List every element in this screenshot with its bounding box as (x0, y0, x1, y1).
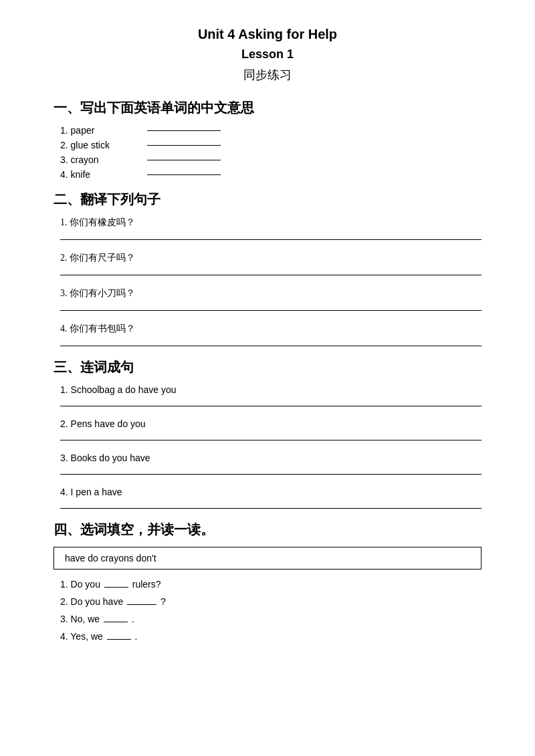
fill-item: 2. Do you have ? (60, 596, 481, 607)
vocab-list: 1. paper 2. glue stick 3. crayon 4. knif… (54, 125, 481, 180)
translate-item: 2. 你们有尺子吗？ (60, 252, 481, 275)
fill-blank (107, 639, 131, 640)
translate-question: 4. 你们有书包吗？ (60, 323, 481, 335)
translate-question: 2. 你们有尺子吗？ (60, 252, 481, 264)
vocab-answer-line (147, 145, 221, 146)
section2-header: 二、翻译下列句子 (54, 191, 481, 209)
fill-item: 4. Yes, we . (60, 631, 481, 642)
sentence-answer-line (60, 440, 481, 440)
sentence-item: 2. Pens have do you (60, 418, 481, 440)
translate-answer-line (60, 275, 481, 275)
main-title: Unit 4 Asking for Help (54, 27, 481, 42)
fill-list: 1. Do you rulers? 2. Do you have ? 3. No… (54, 579, 481, 642)
fill-text-before: 2. Do you have (60, 596, 123, 607)
sentence-answer-line (60, 406, 481, 406)
sentence-item: 1. Schoolbag a do have you (60, 384, 481, 406)
translate-answer-line (60, 239, 481, 240)
translate-item: 3. 你们有小刀吗？ (60, 287, 481, 311)
sentence-item: 4. I pen a have (60, 487, 481, 509)
vocab-item: 1. paper (60, 125, 481, 136)
fill-text-after: rulers? (132, 579, 161, 590)
sentence-list: 1. Schoolbag a do have you 2. Pens have … (54, 384, 481, 509)
sentence-prompt: 3. Books do you have (60, 453, 481, 463)
vocab-number: 2. glue stick (60, 140, 140, 150)
translate-question: 3. 你们有小刀吗？ (60, 287, 481, 299)
vocab-answer-line (147, 160, 221, 160)
fill-text-before: 4. Yes, we (60, 631, 103, 642)
fill-text-before: 1. Do you (60, 579, 100, 590)
fill-blank (127, 604, 156, 605)
lesson-title: Lesson 1 (54, 47, 481, 61)
sentence-item: 3. Books do you have (60, 453, 481, 475)
vocab-number: 1. paper (60, 125, 140, 136)
section1-header: 一、写出下面英语单词的中文意思 (54, 99, 481, 117)
translate-answer-line (60, 310, 481, 311)
section3-header: 三、连词成句 (54, 358, 481, 376)
section4-header: 四、选词填空，并读一读。 (54, 521, 481, 539)
sentence-answer-line (60, 474, 481, 475)
vocab-answer-line (147, 130, 221, 131)
fill-blank (104, 622, 128, 622)
translate-question: 1. 你们有橡皮吗？ (60, 217, 481, 229)
subtitle: 同步练习 (54, 67, 481, 83)
vocab-number: 4. knife (60, 169, 140, 180)
fill-text-after: . (135, 631, 138, 642)
sentence-prompt: 4. I pen a have (60, 487, 481, 497)
translate-item: 1. 你们有橡皮吗？ (60, 217, 481, 240)
vocab-item: 4. knife (60, 169, 481, 180)
translate-item: 4. 你们有书包吗？ (60, 323, 481, 346)
fill-item: 3. No, we . (60, 614, 481, 624)
sentence-answer-line (60, 508, 481, 509)
fill-item: 1. Do you rulers? (60, 579, 481, 590)
fill-text-after: ? (160, 596, 166, 607)
word-bank-box: have do crayons don't (54, 547, 481, 570)
fill-blank (104, 587, 128, 588)
fill-text-before: 3. No, we (60, 614, 100, 624)
sentence-prompt: 1. Schoolbag a do have you (60, 384, 481, 395)
translate-list: 1. 你们有橡皮吗？ 2. 你们有尺子吗？ 3. 你们有小刀吗？ 4. 你们有书… (54, 217, 481, 346)
vocab-item: 3. crayon (60, 154, 481, 165)
translate-answer-line (60, 346, 481, 346)
vocab-number: 3. crayon (60, 154, 140, 165)
sentence-prompt: 2. Pens have do you (60, 418, 481, 429)
fill-text-after: . (132, 614, 134, 624)
vocab-item: 2. glue stick (60, 140, 481, 150)
vocab-answer-line (147, 174, 221, 175)
